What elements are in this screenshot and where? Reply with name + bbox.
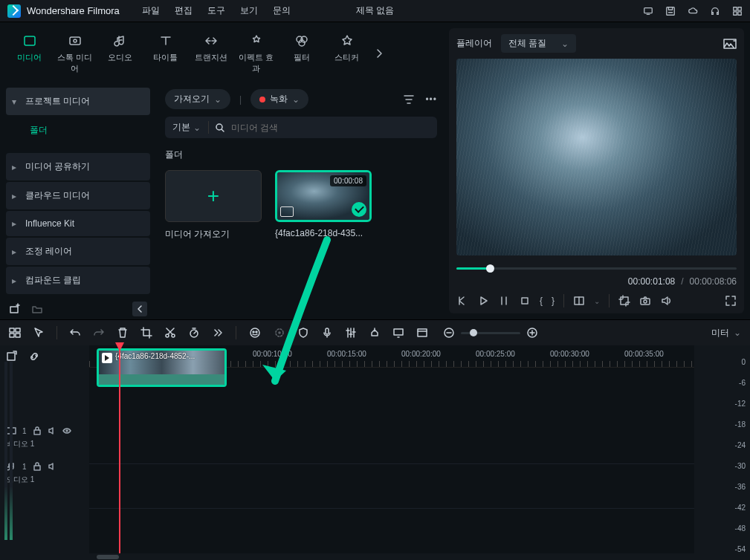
menu-edit[interactable]: 편집	[175, 4, 193, 17]
bracket-close-icon[interactable]: }	[552, 296, 555, 306]
marker-icon[interactable]	[369, 327, 381, 339]
import-tile[interactable]: + 미디어 가져오기	[165, 170, 262, 241]
record-button[interactable]: 녹화 ⌄	[250, 89, 308, 109]
cut-icon[interactable]	[164, 327, 176, 339]
menu-tools[interactable]: 도구	[207, 4, 225, 17]
tab-titles[interactable]: 타이틀	[145, 30, 186, 77]
timeline-main[interactable]: 00:0000:00:05:0000:00:10:0000:00:15:0000…	[89, 345, 694, 553]
volume-icon[interactable]	[660, 295, 672, 307]
monitor-icon[interactable]	[643, 6, 653, 16]
layout-toggle-icon[interactable]	[9, 327, 21, 339]
add-track-icon[interactable]	[6, 351, 18, 362]
quality-select[interactable]: 전체 품질 ⌄	[501, 34, 576, 53]
tab-media[interactable]: 미디어	[9, 30, 50, 77]
sidebar-collapse-button[interactable]	[132, 302, 147, 316]
stop-icon[interactable]	[519, 295, 531, 307]
sidebar-share[interactable]: ▸ 미디어 공유하기	[6, 153, 150, 180]
chevron-down-icon: ⌄	[193, 123, 201, 133]
audio-track[interactable]	[89, 464, 694, 509]
menu-file[interactable]: 파일	[142, 4, 160, 17]
meters-label[interactable]: 미터	[711, 327, 729, 339]
clip-play-icon	[102, 353, 112, 363]
chevron-down-icon[interactable]: ⌄	[594, 297, 600, 305]
target-icon[interactable]	[274, 327, 285, 339]
mic-icon[interactable]	[321, 327, 333, 339]
link-icon[interactable]	[28, 351, 40, 362]
redo-icon[interactable]	[93, 327, 105, 339]
sidebar-project-media[interactable]: ▾ 프로젝트 미디어	[6, 88, 150, 115]
import-button[interactable]: 가져오기 ⌄	[165, 89, 230, 109]
ai-icon[interactable]	[248, 326, 262, 339]
mute-icon[interactable]	[48, 462, 56, 471]
new-folder-icon[interactable]	[9, 303, 21, 315]
headphones-icon[interactable]	[710, 6, 720, 16]
shield-icon[interactable]	[297, 327, 309, 339]
menu-view[interactable]: 보기	[240, 4, 258, 17]
main-menu: 파일 편집 도구 보기 문의	[142, 4, 291, 17]
camera-icon[interactable]	[639, 295, 651, 307]
tabs-more[interactable]	[372, 30, 387, 77]
lock-icon[interactable]	[33, 426, 42, 435]
crop-tool-icon[interactable]	[140, 327, 152, 339]
audio-track-header[interactable]: 1 오디오 1	[0, 455, 89, 491]
grid-icon[interactable]	[732, 6, 743, 16]
monitor-tl-icon[interactable]	[392, 327, 404, 339]
tab-audio[interactable]: 오디오	[100, 30, 140, 77]
render-icon[interactable]	[416, 327, 428, 339]
pause-icon[interactable]	[498, 295, 510, 307]
meter-mark: -12	[735, 393, 746, 414]
media-search-input[interactable]	[231, 123, 343, 133]
tab-stock[interactable]: 스톡 미디어	[54, 30, 95, 77]
delete-icon[interactable]	[117, 327, 129, 339]
zoom-out-icon[interactable]	[443, 327, 455, 339]
folder-icon[interactable]	[31, 303, 43, 315]
tab-filters[interactable]: 필터	[281, 30, 322, 77]
sidebar-cloud[interactable]: ▸ 클라우드 미디어	[6, 182, 150, 209]
sidebar-influence[interactable]: ▸ Influence Kit	[6, 211, 150, 236]
eye-icon[interactable]	[62, 426, 71, 435]
meter-mark: 0	[741, 351, 746, 372]
video-track-header[interactable]: 1 비디오 1	[0, 420, 89, 455]
svg-rect-16	[621, 297, 628, 305]
lock-icon[interactable]	[33, 462, 42, 471]
progress-knob[interactable]	[486, 264, 494, 273]
prev-frame-icon[interactable]	[456, 295, 468, 307]
zoom-slider[interactable]	[461, 332, 520, 334]
tab-stickers[interactable]: 스티커	[326, 30, 367, 77]
sidebar-compound[interactable]: ▸ 컴파운드 클립	[6, 267, 150, 294]
mute-icon[interactable]	[48, 426, 56, 435]
timeline-scrollbar[interactable]	[0, 553, 750, 560]
media-clip-tile[interactable]: 00:00:08 {4fac1a86-218d-435...	[275, 170, 372, 241]
snapshot-icon[interactable]	[723, 39, 737, 49]
zoom-in-icon[interactable]	[526, 327, 538, 339]
playhead[interactable]	[119, 345, 120, 553]
mixer-icon[interactable]	[345, 327, 357, 339]
undo-icon[interactable]	[69, 327, 81, 339]
time-current: 00:00:01:08	[628, 276, 675, 287]
cloud-icon[interactable]	[688, 6, 698, 16]
fullscreen-icon[interactable]	[725, 295, 737, 307]
sidebar-folder[interactable]: 폴더	[6, 117, 150, 144]
layout-icon[interactable]	[573, 295, 585, 307]
more-tools-icon[interactable]	[212, 327, 224, 339]
speed-icon[interactable]	[188, 327, 200, 339]
save-icon[interactable]	[665, 6, 676, 16]
tab-effects[interactable]: 이펙트 효과	[236, 30, 277, 77]
scrollbar-thumb[interactable]	[97, 555, 119, 559]
pointer-icon[interactable]	[33, 327, 45, 339]
progress-bar[interactable]	[456, 263, 737, 273]
video-preview[interactable]	[456, 59, 737, 255]
tab-transitions[interactable]: 트랜지션	[190, 30, 231, 77]
filter-icon[interactable]	[403, 94, 415, 105]
menu-help[interactable]: 문의	[273, 4, 291, 17]
sidebar-adjust[interactable]: ▸ 조정 레이어	[6, 238, 150, 265]
bracket-open-icon[interactable]: {	[540, 296, 543, 306]
more-icon[interactable]: •••	[425, 94, 437, 105]
play-icon[interactable]	[477, 295, 489, 307]
chevron-right-icon: ▸	[12, 247, 16, 257]
timeline-clip[interactable]: {4fac1a86-218d-4852-...	[97, 348, 227, 387]
crop-icon[interactable]	[618, 295, 630, 307]
video-track[interactable]: {4fac1a86-218d-4852-...	[89, 420, 694, 464]
sort-basic[interactable]: 기본 ⌄	[172, 121, 209, 134]
svg-point-28	[256, 331, 257, 333]
